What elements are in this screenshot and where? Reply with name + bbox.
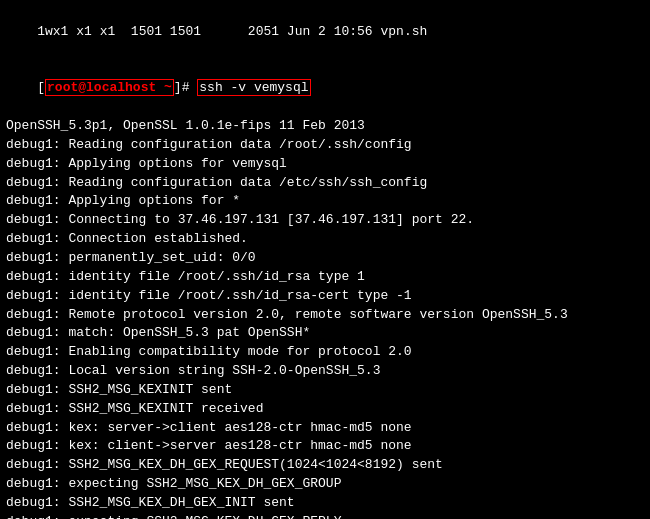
terminal-line: debug1: SSH2_MSG_KEX_DH_GEX_REQUEST(1024… bbox=[6, 456, 644, 475]
terminal-line: debug1: kex: client->server aes128-ctr h… bbox=[6, 437, 644, 456]
line-text: debug1: Connecting to 37.46.197.131 [37.… bbox=[6, 212, 474, 227]
prompt-hash: # bbox=[182, 80, 198, 95]
line-text: debug1: Applying options for vemysql bbox=[6, 156, 287, 171]
line-text: debug1: identity file /root/.ssh/id_rsa … bbox=[6, 269, 365, 284]
terminal-line: debug1: SSH2_MSG_KEXINIT sent bbox=[6, 381, 644, 400]
line-text: debug1: expecting SSH2_MSG_KEX_DH_GEX_GR… bbox=[6, 476, 341, 491]
terminal-line: debug1: identity file /root/.ssh/id_rsa … bbox=[6, 268, 644, 287]
terminal-line: OpenSSH_5.3p1, OpenSSL 1.0.1e-fips 11 Fe… bbox=[6, 117, 644, 136]
line-text: 1wx1 x1 x1 1501 1501 2051 Jun 2 10:56 vp… bbox=[37, 24, 427, 39]
line-text: debug1: SSH2_MSG_KEX_DH_GEX_INIT sent bbox=[6, 495, 295, 510]
terminal-line: debug1: kex: server->client aes128-ctr h… bbox=[6, 419, 644, 438]
line-text: debug1: SSH2_MSG_KEXINIT sent bbox=[6, 382, 232, 397]
line-text: debug1: Reading configuration data /root… bbox=[6, 137, 412, 152]
user-host: root@localhost ~ bbox=[45, 79, 174, 96]
terminal-line: debug1: Connection established. bbox=[6, 230, 644, 249]
line-text: debug1: Local version string SSH-2.0-Ope… bbox=[6, 363, 380, 378]
terminal-line: debug1: Local version string SSH-2.0-Ope… bbox=[6, 362, 644, 381]
command-text: ssh -v vemysql bbox=[197, 79, 310, 96]
terminal-line: debug1: Reading configuration data /root… bbox=[6, 136, 644, 155]
line-text: debug1: Connection established. bbox=[6, 231, 248, 246]
line-text: debug1: Reading configuration data /etc/… bbox=[6, 175, 427, 190]
line-text: debug1: kex: server->client aes128-ctr h… bbox=[6, 420, 412, 435]
line-text: debug1: Applying options for * bbox=[6, 193, 240, 208]
line-text: debug1: identity file /root/.ssh/id_rsa-… bbox=[6, 288, 412, 303]
terminal-line: debug1: expecting SSH2_MSG_KEX_DH_GEX_RE… bbox=[6, 513, 644, 519]
line-text: debug1: kex: client->server aes128-ctr h… bbox=[6, 438, 412, 453]
line-text: debug1: SSH2_MSG_KEXINIT received bbox=[6, 401, 263, 416]
terminal-line: debug1: Applying options for vemysql bbox=[6, 155, 644, 174]
terminal-line: debug1: match: OpenSSH_5.3 pat OpenSSH* bbox=[6, 324, 644, 343]
terminal-line: debug1: Applying options for * bbox=[6, 192, 644, 211]
bracket-right: ] bbox=[174, 80, 182, 95]
line-text: debug1: SSH2_MSG_KEX_DH_GEX_REQUEST(1024… bbox=[6, 457, 443, 472]
terminal-line: debug1: Enabling compatibility mode for … bbox=[6, 343, 644, 362]
line-text: debug1: Remote protocol version 2.0, rem… bbox=[6, 307, 568, 322]
line-text: debug1: permanently_set_uid: 0/0 bbox=[6, 250, 256, 265]
terminal-line: debug1: Reading configuration data /etc/… bbox=[6, 174, 644, 193]
terminal-line: debug1: identity file /root/.ssh/id_rsa-… bbox=[6, 287, 644, 306]
bracket-left: [ bbox=[37, 80, 45, 95]
line-text: debug1: match: OpenSSH_5.3 pat OpenSSH* bbox=[6, 325, 310, 340]
terminal-line: debug1: expecting SSH2_MSG_KEX_DH_GEX_GR… bbox=[6, 475, 644, 494]
terminal-line: debug1: Remote protocol version 2.0, rem… bbox=[6, 306, 644, 325]
line-text: OpenSSH_5.3p1, OpenSSL 1.0.1e-fips 11 Fe… bbox=[6, 118, 365, 133]
line-text: debug1: expecting SSH2_MSG_KEX_DH_GEX_RE… bbox=[6, 514, 341, 519]
command-line: [root@localhost ~]# ssh -v vemysql bbox=[6, 61, 644, 118]
terminal-line: debug1: permanently_set_uid: 0/0 bbox=[6, 249, 644, 268]
terminal-line: 1wx1 x1 x1 1501 1501 2051 Jun 2 10:56 vp… bbox=[6, 4, 644, 61]
terminal-line: debug1: SSH2_MSG_KEX_DH_GEX_INIT sent bbox=[6, 494, 644, 513]
terminal-window: 1wx1 x1 x1 1501 1501 2051 Jun 2 10:56 vp… bbox=[0, 0, 650, 519]
terminal-line: debug1: Connecting to 37.46.197.131 [37.… bbox=[6, 211, 644, 230]
terminal-line: debug1: SSH2_MSG_KEXINIT received bbox=[6, 400, 644, 419]
line-text: debug1: Enabling compatibility mode for … bbox=[6, 344, 412, 359]
